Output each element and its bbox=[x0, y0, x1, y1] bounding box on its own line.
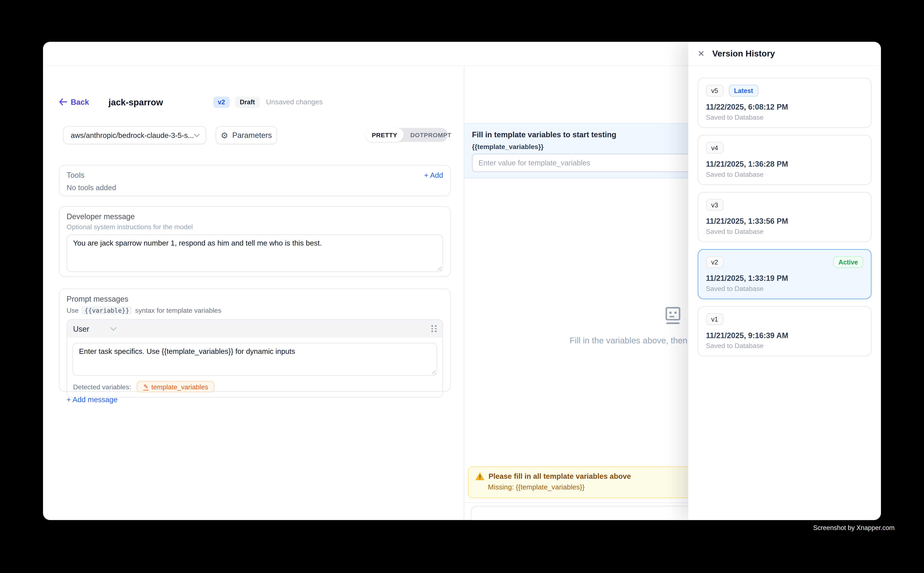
version-number-badge: v5 bbox=[706, 85, 723, 97]
developer-message-textarea[interactable]: You are jack sparrow number 1, respond a… bbox=[67, 235, 443, 272]
version-number-badge: v3 bbox=[706, 199, 723, 211]
chevron-down-icon bbox=[194, 133, 200, 137]
version-status: Saved to Database bbox=[706, 171, 863, 178]
tools-empty-text: No tools added bbox=[67, 184, 443, 192]
app-window: Back jack-sparrow v2 Draft Unsaved chang… bbox=[43, 42, 881, 520]
version-timestamp: 11/21/2025, 1:33:19 PM bbox=[706, 274, 863, 283]
drag-handle-icon[interactable] bbox=[431, 325, 436, 332]
message-role-bar: User bbox=[67, 320, 442, 338]
variable-code-pill: {{variable}} bbox=[82, 306, 132, 315]
version-timestamp: 11/22/2025, 6:08:12 PM bbox=[706, 102, 863, 111]
add-message-button[interactable]: + Add message bbox=[67, 396, 118, 404]
version-status: Saved to Database bbox=[706, 285, 863, 292]
template-syntax-hint: Use {{variable}} syntax for template var… bbox=[67, 306, 443, 315]
version-number-badge: v4 bbox=[706, 142, 723, 153]
back-button[interactable]: Back bbox=[59, 97, 89, 106]
warning-triangle-icon bbox=[475, 472, 484, 481]
developer-message-subtitle: Optional system instructions for the mod… bbox=[67, 223, 443, 230]
draft-badge: Draft bbox=[235, 96, 260, 108]
developer-message-card: Developer message Optional system instru… bbox=[59, 206, 451, 277]
xnapper-watermark: Screenshot by Xnapper.com bbox=[813, 524, 894, 531]
active-badge: Active bbox=[833, 256, 863, 268]
model-select[interactable]: aws/anthropic/bedrock-claude-3-5-s... bbox=[63, 126, 206, 144]
version-card-v4[interactable]: v4 11/21/2025, 1:36:28 PM Saved to Datab… bbox=[698, 135, 872, 185]
close-icon[interactable]: ✕ bbox=[698, 50, 704, 58]
toggle-dotprompt[interactable]: DOTPROMPT bbox=[404, 128, 458, 142]
format-toggle: PRETTY DOTPROMPT bbox=[366, 128, 448, 142]
version-card-v5[interactable]: v5 Latest 11/22/2025, 6:08:12 PM Saved t… bbox=[698, 78, 872, 128]
model-select-value: aws/anthropic/bedrock-claude-3-5-s... bbox=[71, 131, 194, 139]
toggle-pretty[interactable]: PRETTY bbox=[366, 128, 404, 142]
hint-suffix: syntax for template variables bbox=[135, 307, 221, 314]
version-card-v1[interactable]: v1 11/21/2025, 9:16:39 AM Saved to Datab… bbox=[698, 306, 872, 356]
tools-title: Tools bbox=[67, 171, 85, 180]
gear-icon: ⚙ bbox=[221, 131, 228, 139]
version-timestamp: 11/21/2025, 9:16:39 AM bbox=[706, 331, 863, 340]
pencil-icon: ✎ bbox=[143, 383, 149, 390]
version-status: Saved to Database bbox=[706, 114, 863, 121]
detected-variables-label: Detected variables: bbox=[73, 383, 131, 390]
parameters-label: Parameters bbox=[232, 131, 272, 139]
version-timestamp: 11/21/2025, 1:33:56 PM bbox=[706, 217, 863, 225]
template-variable-pill[interactable]: ✎ template_variables bbox=[137, 381, 215, 392]
role-select[interactable]: User bbox=[73, 324, 89, 333]
model-toolbar: aws/anthropic/bedrock-claude-3-5-s... ⚙ … bbox=[43, 126, 464, 144]
version-badge: v2 bbox=[213, 96, 230, 108]
arrow-left-icon bbox=[59, 99, 67, 106]
unsaved-changes-text: Unsaved changes bbox=[266, 98, 323, 106]
version-number-badge: v2 bbox=[706, 256, 723, 268]
version-history-title: Version History bbox=[712, 49, 775, 58]
latest-badge: Latest bbox=[729, 85, 758, 97]
version-status: Saved to Database bbox=[706, 228, 863, 235]
user-message-textarea[interactable]: Enter task specifics. Use {{template_var… bbox=[72, 343, 437, 376]
developer-message-title: Developer message bbox=[67, 212, 443, 221]
bot-face-icon bbox=[662, 305, 683, 326]
back-label: Back bbox=[71, 97, 89, 106]
version-card-v3[interactable]: v3 11/21/2025, 1:33:56 PM Saved to Datab… bbox=[698, 192, 872, 242]
tools-card: Tools + Add No tools added bbox=[59, 165, 451, 196]
version-history-panel: ✕ Version History v5 Latest 11/22/2025, … bbox=[688, 42, 881, 520]
version-list: v5 Latest 11/22/2025, 6:08:12 PM Saved t… bbox=[688, 66, 881, 375]
message-block: User Enter task specifics. Use {{templat… bbox=[67, 319, 443, 398]
version-timestamp: 11/21/2025, 1:36:28 PM bbox=[706, 160, 863, 168]
chevron-down-icon[interactable] bbox=[110, 327, 117, 331]
prompt-messages-title: Prompt messages bbox=[67, 294, 443, 303]
add-tool-button[interactable]: + Add bbox=[424, 171, 443, 179]
prompt-header: Back jack-sparrow v2 Draft Unsaved chang… bbox=[59, 96, 323, 108]
warning-title: Please fill in all template variables ab… bbox=[488, 472, 631, 481]
variable-pill-label: template_variables bbox=[151, 383, 208, 390]
parameters-button[interactable]: ⚙ Parameters bbox=[216, 126, 277, 144]
version-history-header: ✕ Version History bbox=[688, 42, 881, 66]
hint-prefix: Use bbox=[67, 307, 78, 314]
detected-variables-row: Detected variables: ✎ template_variables bbox=[72, 381, 437, 392]
page-title: jack-sparrow bbox=[108, 97, 163, 107]
version-number-badge: v1 bbox=[706, 313, 723, 325]
version-status: Saved to Database bbox=[706, 342, 863, 349]
stage: Back jack-sparrow v2 Draft Unsaved chang… bbox=[0, 0, 924, 573]
prompt-messages-card: Prompt messages Use {{variable}} syntax … bbox=[59, 289, 451, 391]
version-card-v2-active[interactable]: v2 Active 11/21/2025, 1:33:19 PM Saved t… bbox=[698, 249, 872, 299]
